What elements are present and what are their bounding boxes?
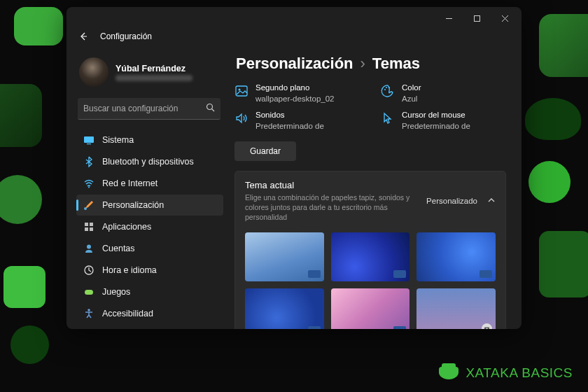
sidebar-item-bluetooth[interactable]: Bluetooth y dispositivos [76, 151, 223, 172]
window-header: Configuración [66, 29, 522, 48]
close-button[interactable] [491, 8, 519, 28]
theme-properties: Segundo planowallpaper-desktop_02 ColorA… [234, 83, 506, 132]
apps-icon [83, 221, 94, 232]
card-title: Tema actual [245, 180, 416, 190]
bluetooth-icon [83, 156, 94, 167]
sidebar-item-apps[interactable]: Aplicaciones [76, 216, 223, 237]
theme-thumbnail[interactable] [416, 288, 496, 329]
svg-point-5 [207, 104, 213, 110]
wifi-icon [83, 178, 94, 189]
watermark: XATAKA BASICS [439, 365, 573, 381]
theme-thumbnail[interactable] [245, 232, 324, 281]
sidebar-item-system[interactable]: Sistema [76, 130, 223, 150]
svg-rect-12 [90, 223, 93, 226]
sidebar-item-gaming[interactable]: Juegos [76, 281, 223, 302]
sidebar-item-privacy[interactable]: Privacidad y seguridad [76, 325, 223, 329]
sidebar-item-label: Red e Internet [102, 178, 158, 188]
chevron-up-icon [487, 195, 496, 207]
breadcrumb-root[interactable]: Personalización [236, 55, 354, 73]
theme-thumbnail[interactable] [245, 288, 324, 329]
accessibility-icon [83, 308, 94, 319]
sidebar-item-accessibility[interactable]: Accesibilidad [76, 303, 223, 324]
games-icon [83, 286, 94, 298]
clock-icon [83, 265, 94, 276]
maximize-button[interactable] [463, 8, 491, 28]
svg-rect-13 [85, 227, 88, 231]
prop-label: Segundo plano [255, 83, 335, 94]
theme-cursor-link[interactable]: Cursor del mousePredeterminado de [381, 110, 506, 132]
sidebar-item-label: Cuentas [102, 244, 135, 253]
theme-thumbnails [245, 232, 496, 329]
svg-point-21 [384, 89, 386, 90]
svg-rect-17 [85, 290, 93, 295]
cursor-icon [381, 111, 395, 125]
svg-rect-7 [84, 136, 94, 143]
card-description: Elige una combinación de papeles tapiz, … [245, 192, 416, 223]
prop-value: Predeterminado de [255, 121, 324, 132]
svg-point-20 [239, 89, 241, 91]
minimize-button[interactable] [435, 8, 463, 28]
svg-point-18 [88, 309, 90, 312]
back-button[interactable] [76, 29, 90, 43]
svg-point-23 [388, 87, 390, 88]
sidebar-item-label: Personalización [102, 200, 164, 210]
svg-line-6 [212, 109, 215, 112]
prop-value: wallpaper-desktop_02 [255, 94, 335, 105]
profile-name: Yúbal Fernández [115, 64, 192, 74]
theme-thumbnail[interactable] [331, 232, 410, 281]
search-input[interactable] [83, 104, 206, 113]
sidebar-item-personalization[interactable]: Personalización [76, 195, 223, 216]
theme-thumbnail[interactable] [331, 288, 410, 329]
search-box[interactable] [78, 98, 220, 120]
prop-label: Sonidos [255, 110, 324, 121]
image-icon [234, 84, 248, 98]
sidebar-item-label: Accesibilidad [102, 309, 153, 318]
breadcrumb-leaf: Temas [372, 55, 420, 73]
settings-window: Configuración Yúbal Fernández Siste [66, 7, 522, 329]
current-theme-value: Personalizado [426, 197, 477, 205]
breadcrumb: Personalización › Temas [234, 52, 506, 83]
watermark-text: XATAKA BASICS [465, 365, 573, 381]
prop-label: Cursor del mouse [402, 110, 470, 121]
sidebar: Yúbal Fernández Sistema Bluetooth y disp… [66, 48, 227, 329]
sidebar-item-accounts[interactable]: Cuentas [76, 238, 223, 259]
search-icon [206, 102, 215, 115]
prop-label: Color [402, 83, 421, 94]
svg-point-22 [386, 87, 387, 88]
content-pane: Personalización › Temas Segundo planowal… [227, 48, 522, 329]
theme-color-link[interactable]: ColorAzul [381, 83, 506, 104]
sidebar-item-label: Juegos [102, 287, 130, 297]
svg-point-10 [84, 207, 87, 210]
brush-icon [83, 200, 94, 211]
svg-point-9 [88, 187, 90, 188]
sidebar-item-label: Aplicaciones [102, 222, 151, 232]
prop-value: Azul [402, 94, 421, 105]
svg-point-15 [87, 245, 91, 249]
profile-block[interactable]: Yúbal Fernández [76, 53, 223, 97]
svg-rect-8 [87, 144, 91, 144]
current-theme-card: Tema actual Elige una combinación de pap… [234, 171, 506, 329]
titlebar [66, 7, 522, 29]
svg-rect-14 [90, 227, 93, 231]
accounts-icon [83, 243, 94, 254]
sound-icon [234, 111, 248, 125]
prop-value: Predeterminado de [402, 121, 470, 132]
palette-icon [381, 84, 395, 98]
sidebar-item-label: Sistema [102, 135, 134, 145]
theme-thumbnail[interactable] [416, 232, 496, 281]
current-theme-expander[interactable]: Tema actual Elige una combinación de pap… [245, 180, 496, 223]
nav-list: Sistema Bluetooth y dispositivos Red e I… [76, 130, 223, 329]
sidebar-item-network[interactable]: Red e Internet [76, 173, 223, 194]
sidebar-item-time-language[interactable]: Hora e idioma [76, 260, 223, 281]
system-icon [83, 134, 94, 146]
theme-sounds-link[interactable]: SonidosPredeterminado de [234, 110, 360, 132]
sidebar-item-label: Bluetooth y dispositivos [102, 157, 194, 167]
theme-background-link[interactable]: Segundo planowallpaper-desktop_02 [234, 83, 360, 104]
avatar [79, 57, 108, 87]
profile-email-redacted [115, 75, 192, 81]
graduation-cap-icon [439, 367, 458, 379]
svg-rect-1 [474, 15, 479, 21]
app-title: Configuración [100, 31, 152, 41]
chevron-right-icon: › [360, 55, 365, 73]
save-button[interactable]: Guardar [234, 141, 296, 161]
